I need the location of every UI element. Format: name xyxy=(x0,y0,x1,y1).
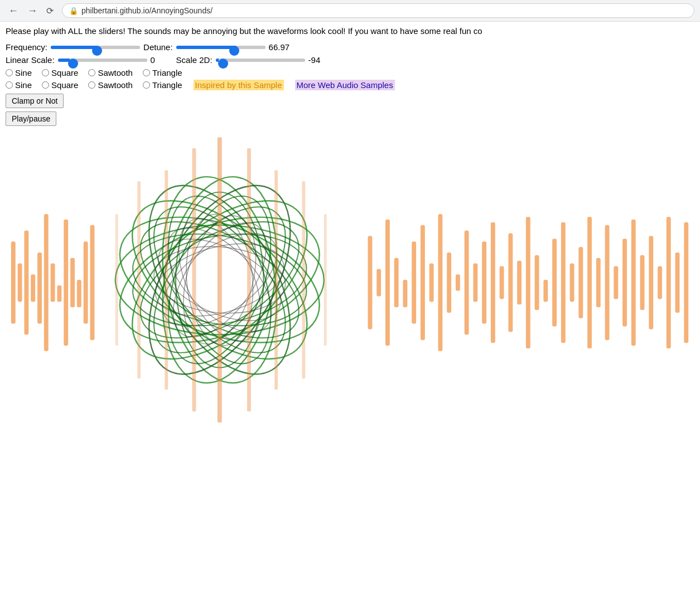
radio-square-1-input[interactable] xyxy=(42,69,49,76)
detune-slider[interactable] xyxy=(176,46,265,49)
svg-rect-63 xyxy=(491,222,495,343)
play-pause-button[interactable]: Play/pause xyxy=(6,111,56,126)
back-button[interactable]: ← xyxy=(6,4,21,18)
detune-label: Detune: xyxy=(143,42,173,52)
radio-square-2-input[interactable] xyxy=(42,81,49,89)
linear-scale-value: 0 xyxy=(151,55,173,65)
radio-sawtooth-2-label: Sawtooth xyxy=(98,80,133,90)
svg-rect-78 xyxy=(622,239,627,326)
radio-triangle-2-input[interactable] xyxy=(143,81,150,89)
radio-sawtooth-2[interactable]: Sawtooth xyxy=(88,80,133,90)
more-samples-link[interactable]: More Web Audio Samples xyxy=(295,80,395,90)
radio-row-1: Sine Square Sawtooth Triangle xyxy=(6,68,694,77)
svg-rect-79 xyxy=(631,220,636,346)
svg-rect-51 xyxy=(385,220,390,346)
svg-rect-2 xyxy=(24,231,28,335)
svg-rect-48 xyxy=(324,214,327,346)
svg-rect-58 xyxy=(447,252,451,313)
radio-triangle-1[interactable]: Triangle xyxy=(143,68,182,77)
clamp-button[interactable]: Clamp or Not xyxy=(6,94,64,108)
svg-rect-10 xyxy=(77,280,81,307)
svg-rect-55 xyxy=(421,225,425,341)
radio-sine-1[interactable]: Sine xyxy=(6,68,32,77)
svg-rect-60 xyxy=(465,231,469,335)
radio-square-2-label: Square xyxy=(51,80,78,90)
radio-sine-2-input[interactable] xyxy=(6,81,13,89)
lock-icon: 🔒 xyxy=(69,7,78,15)
radio-sine-2-label: Sine xyxy=(15,80,32,90)
controls-row-1: Frequency: Detune: 66.97 xyxy=(6,42,694,52)
svg-rect-47 xyxy=(115,214,118,346)
svg-rect-53 xyxy=(403,280,407,307)
controls-row-2: Linear Scale: 0 Scale 2D: -94 xyxy=(6,55,694,65)
svg-rect-65 xyxy=(508,233,513,332)
svg-rect-71 xyxy=(561,222,566,343)
svg-rect-74 xyxy=(587,217,592,348)
svg-rect-76 xyxy=(605,225,610,341)
reload-button[interactable]: ⟳ xyxy=(44,4,56,17)
radio-sawtooth-1-label: Sawtooth xyxy=(98,68,133,77)
svg-rect-4 xyxy=(37,252,42,324)
address-bar[interactable]: 🔒 philbertani.github.io/AnnoyingSounds/ xyxy=(62,3,694,18)
radio-sine-1-label: Sine xyxy=(15,68,32,77)
linear-scale-label: Linear Scale: xyxy=(6,55,55,65)
radio-sawtooth-1[interactable]: Sawtooth xyxy=(88,68,133,77)
svg-rect-41 xyxy=(192,148,196,411)
svg-rect-50 xyxy=(376,269,381,296)
radio-sawtooth-2-input[interactable] xyxy=(88,81,95,89)
forward-button[interactable]: → xyxy=(25,4,40,18)
svg-rect-70 xyxy=(552,239,557,326)
page-content: Please play with ALL the sliders! The so… xyxy=(0,22,700,440)
svg-rect-3 xyxy=(31,274,35,302)
radio-square-1[interactable]: Square xyxy=(42,68,78,77)
svg-rect-12 xyxy=(90,225,95,341)
radio-triangle-2-label: Triangle xyxy=(152,80,182,90)
canvas-area xyxy=(6,129,694,436)
svg-rect-45 xyxy=(137,181,141,378)
top-message: Please play with ALL the sliders! The so… xyxy=(6,26,694,36)
svg-rect-7 xyxy=(57,285,62,302)
radio-square-1-label: Square xyxy=(51,68,78,77)
svg-rect-40 xyxy=(218,137,222,423)
nav-buttons: ← → ⟳ xyxy=(6,4,56,18)
svg-rect-68 xyxy=(535,255,539,310)
waveform-visualization xyxy=(6,129,694,436)
svg-rect-64 xyxy=(500,266,504,299)
svg-rect-84 xyxy=(675,252,680,313)
lissajous-pattern xyxy=(103,137,336,423)
radio-square-2[interactable]: Square xyxy=(42,80,78,90)
svg-rect-49 xyxy=(368,236,372,329)
svg-rect-77 xyxy=(614,266,618,299)
svg-rect-46 xyxy=(302,181,305,378)
radio-sine-2[interactable]: Sine xyxy=(6,80,32,90)
svg-rect-69 xyxy=(543,280,548,302)
frequency-slider[interactable] xyxy=(51,46,140,49)
svg-rect-59 xyxy=(456,274,460,291)
svg-rect-75 xyxy=(596,258,601,308)
svg-rect-57 xyxy=(438,214,442,351)
svg-rect-72 xyxy=(570,264,575,302)
radio-sine-1-input[interactable] xyxy=(6,69,13,76)
svg-rect-82 xyxy=(658,266,662,299)
svg-rect-11 xyxy=(84,241,88,324)
svg-rect-6 xyxy=(51,264,55,302)
scale-2d-value: -94 xyxy=(308,55,331,65)
radio-triangle-2[interactable]: Triangle xyxy=(143,80,182,90)
radio-sawtooth-1-input[interactable] xyxy=(88,69,95,76)
scale-2d-slider[interactable] xyxy=(216,59,305,62)
svg-rect-73 xyxy=(578,247,583,318)
svg-rect-0 xyxy=(11,241,16,324)
svg-rect-62 xyxy=(482,241,486,324)
scale-2d-label: Scale 2D: xyxy=(176,55,213,65)
radio-triangle-1-label: Triangle xyxy=(152,68,182,77)
browser-chrome: ← → ⟳ 🔒 philbertani.github.io/AnnoyingSo… xyxy=(0,0,700,22)
svg-rect-67 xyxy=(526,217,530,348)
radio-row-2: Sine Square Sawtooth Triangle xyxy=(6,80,182,90)
radio-triangle-1-input[interactable] xyxy=(143,69,150,76)
svg-rect-8 xyxy=(64,220,68,346)
inspired-link[interactable]: Inspired by this Sample xyxy=(194,80,284,90)
svg-rect-85 xyxy=(684,222,688,343)
linear-scale-slider[interactable] xyxy=(58,59,147,62)
url-text: philbertani.github.io/AnnoyingSounds/ xyxy=(81,6,213,15)
svg-rect-66 xyxy=(517,261,522,305)
